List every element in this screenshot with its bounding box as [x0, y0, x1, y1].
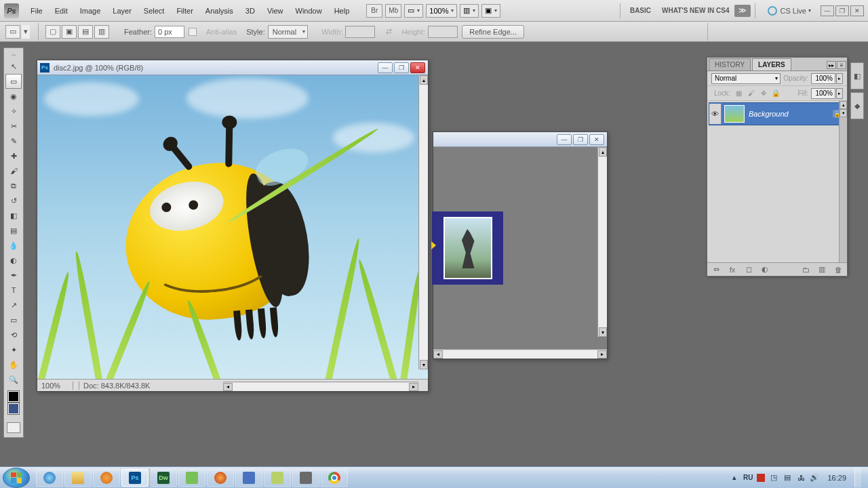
opacity-input[interactable]: 100%	[811, 73, 835, 84]
tray-show-hidden-icon[interactable]: ▴	[730, 473, 739, 483]
extras-dropdown[interactable]: ▣▾	[481, 4, 500, 18]
menu-3d[interactable]: 3D	[239, 4, 261, 18]
menu-window[interactable]: Window	[290, 4, 328, 18]
doc2-minimize-button[interactable]: —	[557, 134, 572, 145]
menu-analysis[interactable]: Analysis	[199, 4, 239, 18]
fill-flyout-icon[interactable]: ▸	[836, 88, 843, 99]
lock-pixels-icon[interactable]: 🖌	[747, 89, 756, 98]
lock-all-icon[interactable]: 🔒	[771, 89, 781, 98]
tray-language[interactable]: RU	[743, 474, 753, 481]
cslive-menu[interactable]: CS Live▾	[768, 6, 811, 16]
tool-eyedropper[interactable]: ✎	[5, 134, 22, 148]
layer-name[interactable]: Background	[749, 110, 789, 118]
layer-group-icon[interactable]: 🗀	[800, 265, 812, 274]
doc2-canvas[interactable]	[433, 147, 607, 349]
panel-collapse-icon[interactable]: ▸▸	[827, 61, 836, 69]
tool-eraser[interactable]: ◧	[5, 208, 22, 223]
doc1-titlebar[interactable]: Ps disc2.jpg @ 100% (RGB/8) — ❐ ✕	[37, 60, 428, 75]
layer-fx-icon[interactable]: fx	[726, 265, 738, 274]
layers-scrollbar[interactable]: ▴▾	[839, 101, 847, 262]
collapsed-panel-1[interactable]: ◧	[850, 62, 864, 89]
current-tool-icon[interactable]: ▭	[5, 25, 20, 39]
menu-filter[interactable]: Filter	[170, 4, 199, 18]
taskbar-dreamweaver[interactable]: Dw	[150, 469, 177, 487]
background-color-swatch[interactable]	[8, 403, 19, 414]
tray-network-icon[interactable]: 🖧	[796, 473, 806, 483]
taskbar-wmp[interactable]	[93, 469, 120, 487]
taskbar-app-3[interactable]	[264, 469, 291, 487]
selection-intersect-icon[interactable]: ▥	[94, 25, 109, 39]
start-button[interactable]	[3, 468, 30, 488]
fill-input[interactable]: 100%	[811, 88, 835, 99]
taskbar-app-2[interactable]	[235, 469, 262, 487]
bridge-icon[interactable]: Br	[366, 4, 382, 18]
tool-zoom[interactable]: 🔍	[5, 372, 22, 387]
app-restore-button[interactable]: ❐	[835, 5, 849, 16]
doc1-zoom[interactable]: 100%	[41, 382, 68, 390]
doc2-titlebar[interactable]: — ❐ ✕	[433, 132, 607, 147]
workspace-more-icon[interactable]: ≫	[734, 5, 751, 17]
tab-history[interactable]: HISTORY	[709, 58, 751, 70]
tool-3d-orbit[interactable]: ✦	[5, 342, 22, 357]
doc2-restore-button[interactable]: ❐	[573, 134, 588, 145]
tray-volume-icon[interactable]: 🔊	[810, 473, 819, 483]
doc2-scrollbar-v[interactable]: ▴▾	[597, 147, 607, 337]
layer-mask-icon[interactable]: ◻	[743, 265, 755, 274]
tool-gradient[interactable]: ▤	[5, 223, 22, 238]
doc1-scrollbar-v[interactable]: ▴▾	[418, 75, 428, 369]
zoom-dropdown[interactable]: 100%▾	[426, 4, 457, 18]
selection-add-icon[interactable]: ▣	[62, 25, 77, 39]
menu-help[interactable]: Help	[328, 4, 356, 18]
tool-3d-rotate[interactable]: ⟲	[5, 327, 22, 342]
style-select[interactable]: Normal	[268, 25, 308, 39]
layer-thumbnail[interactable]	[724, 105, 745, 123]
tool-shape[interactable]: ▭	[5, 312, 22, 327]
doc2-scrollbar-h[interactable]: ◂▸	[433, 349, 607, 359]
delete-layer-icon[interactable]: 🗑	[832, 265, 844, 274]
tool-pen[interactable]: ✒	[5, 268, 22, 283]
tray-icon-2[interactable]: ◳	[769, 473, 778, 483]
tool-crop[interactable]: ✂	[5, 119, 22, 134]
taskbar-app-4[interactable]	[292, 469, 319, 487]
selection-new-icon[interactable]: ▢	[45, 25, 60, 39]
menu-image[interactable]: Image	[74, 4, 107, 18]
doc1-restore-button[interactable]: ❐	[394, 62, 409, 73]
taskbar-explorer[interactable]	[64, 469, 92, 487]
toolbox-handle[interactable]: ┄	[5, 51, 22, 59]
selection-subtract-icon[interactable]: ▤	[78, 25, 93, 39]
tray-clock[interactable]: 16:29	[827, 474, 846, 482]
menu-file[interactable]: File	[24, 4, 49, 18]
tool-wand[interactable]: ✧	[5, 104, 22, 119]
workspace-basic[interactable]: BASIC	[630, 7, 651, 14]
tray-icon-1[interactable]	[757, 474, 765, 482]
tool-marquee[interactable]: ▭	[5, 74, 22, 89]
panel-menu-icon[interactable]: ≡	[837, 61, 846, 69]
tool-blur[interactable]: 💧	[5, 238, 22, 253]
menu-view[interactable]: View	[261, 4, 290, 18]
tool-type[interactable]: T	[5, 283, 22, 298]
tool-brush[interactable]: 🖌	[5, 163, 22, 178]
adjustment-layer-icon[interactable]: ◐	[759, 265, 771, 274]
workspace-whatsnew[interactable]: WHAT'S NEW IN CS4	[662, 7, 729, 14]
doc1-scrollbar-h[interactable]: ◂▸	[223, 382, 418, 391]
feather-input[interactable]: 0 px	[155, 26, 184, 38]
arrange-docs-dropdown[interactable]: ▥▾	[460, 4, 479, 18]
menu-layer[interactable]: Layer	[106, 4, 138, 18]
doc1-minimize-button[interactable]: —	[378, 62, 393, 73]
link-layers-icon[interactable]: ⇔	[710, 265, 722, 274]
lock-position-icon[interactable]: ✥	[759, 89, 768, 98]
layer-visibility-icon[interactable]: 👁	[709, 104, 722, 124]
lock-transparency-icon[interactable]: ▦	[734, 89, 744, 98]
doc1-canvas[interactable]	[37, 75, 428, 379]
tool-preset-dropdown[interactable]: ▾	[22, 25, 30, 39]
collapsed-panel-2[interactable]: ◆	[850, 92, 864, 119]
menu-select[interactable]: Select	[138, 4, 171, 18]
taskbar-photoshop[interactable]: Ps	[121, 469, 149, 487]
taskbar-chrome[interactable]	[321, 469, 348, 487]
menu-edit[interactable]: Edit	[49, 4, 74, 18]
blend-mode-select[interactable]: Normal	[711, 73, 781, 84]
opacity-flyout-icon[interactable]: ▸	[836, 73, 843, 84]
taskbar-ie[interactable]	[36, 469, 63, 487]
tool-dodge[interactable]: ◐	[5, 253, 22, 268]
tool-stamp[interactable]: ⧉	[5, 178, 22, 193]
